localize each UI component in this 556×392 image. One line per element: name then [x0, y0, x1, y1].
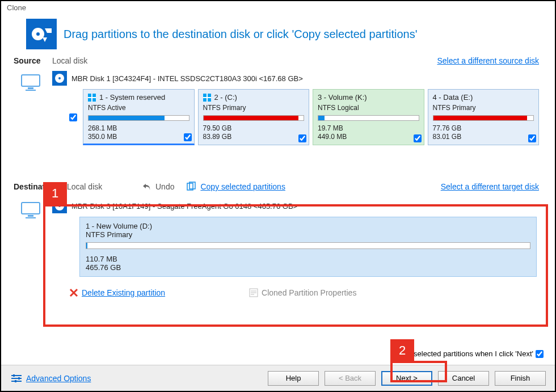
- clone-header: Drag partitions to the destination disk …: [1, 14, 555, 55]
- partition-title: 3 - Volume (K:): [318, 93, 367, 102]
- partition-used: 77.76 GB: [433, 124, 534, 133]
- svg-rect-25: [15, 380, 16, 382]
- partition-total: 449.0 MB: [318, 133, 419, 141]
- destination-disk-row: MBR Disk 3 [10A1F149] - Seagate FreeAgen…: [1, 193, 555, 280]
- partition-fs: NTFS Active: [88, 104, 189, 112]
- destination-disk-label: MBR Disk 3 [10A1F149] - Seagate FreeAgen…: [71, 202, 297, 210]
- destination-actions: Delete Existing partition Cloned Partiti…: [1, 280, 555, 297]
- auto-copy-row: Copy selected partitions when I click 'N…: [394, 349, 544, 358]
- source-row: Source Local disk Select a different sou…: [1, 55, 555, 65]
- partition-title: 4 - Data (E:): [433, 93, 473, 102]
- dest-part-title: 1 - New Volume (D:): [86, 222, 530, 230]
- dest-part-used: 110.7 MB: [86, 255, 530, 263]
- copy-icon: [187, 182, 197, 192]
- partition-card[interactable]: 3 - Volume (K:) NTFS Logical 19.7 MB449.…: [313, 89, 424, 145]
- select-different-source-link[interactable]: Select a different source disk: [437, 56, 539, 65]
- svg-rect-4: [26, 90, 36, 91]
- finish-button[interactable]: Finish: [495, 371, 546, 386]
- next-button[interactable]: Next >: [381, 371, 432, 386]
- svg-rect-17: [28, 215, 33, 217]
- destination-partition[interactable]: 1 - New Volume (D:) NTFS Primary 110.7 M…: [79, 217, 537, 277]
- svg-rect-16: [22, 203, 40, 214]
- source-label: Source: [14, 56, 45, 65]
- cancel-button[interactable]: Cancel: [438, 371, 489, 386]
- source-disk-label: MBR Disk 1 [3C4324F4] - INTEL SSDSC2CT18…: [71, 74, 303, 83]
- svg-point-7: [58, 77, 61, 79]
- partition-used: 79.50 GB: [203, 124, 305, 133]
- destination-sub: Local disk: [67, 182, 129, 191]
- partition-checkbox[interactable]: [184, 133, 192, 141]
- properties-icon: [249, 288, 258, 297]
- partition-title: 1 - System reserved: [99, 93, 165, 102]
- partition-checkbox[interactable]: [298, 134, 306, 142]
- partition-card[interactable]: 2 - (C:) NTFS Primary 79.50 GB83.89 GB: [198, 89, 310, 145]
- select-different-target-link[interactable]: Select a different target disk: [441, 182, 539, 191]
- partition-fs: NTFS Primary: [203, 104, 305, 112]
- usage-bar: [433, 115, 534, 121]
- windows-icon: [203, 94, 211, 102]
- partition-card[interactable]: 4 - Data (E:) NTFS Primary 77.76 GB83.01…: [428, 89, 540, 145]
- monitor-icon: [21, 74, 40, 91]
- monitor-icon: [21, 202, 40, 219]
- window-title: Clone: [1, 1, 555, 14]
- select-all-source-checkbox[interactable]: [69, 113, 77, 121]
- source-sub: Local disk: [52, 56, 87, 65]
- cloned-props-button: Cloned Partition Properties: [249, 288, 356, 297]
- usage-bar: [203, 115, 305, 121]
- back-button: < Back: [325, 371, 376, 386]
- partition-used: 19.7 MB: [318, 124, 419, 133]
- partition-card[interactable]: 1 - System reserved NTFS Active 268.1 MB…: [83, 89, 195, 145]
- advanced-options-link[interactable]: Advanced Options: [10, 373, 91, 383]
- usage-bar: [88, 115, 189, 121]
- undo-icon: [142, 182, 152, 191]
- svg-rect-3: [28, 87, 33, 89]
- svg-rect-13: [203, 97, 211, 98]
- delete-existing-button[interactable]: Delete Existing partition: [69, 288, 165, 297]
- auto-copy-checkbox[interactable]: [536, 350, 544, 358]
- partition-checkbox[interactable]: [414, 134, 422, 142]
- callout-2: 2: [390, 339, 414, 362]
- clone-icon: [26, 19, 57, 49]
- svg-rect-24: [18, 377, 20, 380]
- help-button[interactable]: Help: [268, 371, 319, 386]
- svg-rect-23: [13, 374, 15, 377]
- partition-checkbox[interactable]: [528, 134, 536, 142]
- destination-header: Destination Local disk Undo Copy selecte…: [1, 180, 555, 193]
- partition-used: 268.1 MB: [88, 124, 189, 133]
- partition-fs: NTFS Logical: [318, 104, 419, 112]
- sliders-icon: [10, 373, 23, 383]
- footer-bar: Advanced Options Help < Back Next > Canc…: [1, 365, 555, 391]
- partition-fs: NTFS Primary: [433, 104, 534, 112]
- source-partitions: 1 - System reserved NTFS Active 268.1 MB…: [52, 89, 539, 145]
- headline: Drag partitions to the destination disk …: [64, 28, 418, 41]
- svg-rect-10: [88, 97, 96, 98]
- usage-bar: [318, 115, 419, 121]
- svg-point-1: [36, 32, 40, 36]
- svg-point-21: [58, 205, 61, 207]
- dest-part-fs: NTFS Primary: [86, 230, 530, 239]
- usage-bar: [86, 242, 530, 249]
- copy-selected-button[interactable]: Copy selected partitions: [187, 182, 285, 192]
- partition-total: 83.01 GB: [433, 133, 534, 141]
- partition-total: 350.0 MB: [88, 133, 189, 141]
- windows-icon: [88, 94, 96, 102]
- disk-icon: [52, 71, 67, 86]
- auto-copy-label: Copy selected partitions when I click 'N…: [394, 349, 533, 358]
- dest-part-total: 465.76 GB: [86, 263, 530, 272]
- delete-icon: [69, 288, 78, 297]
- partition-total: 83.89 GB: [203, 133, 305, 141]
- partition-title: 2 - (C:): [214, 93, 237, 102]
- undo-label: Undo: [155, 182, 174, 191]
- cloned-props-label: Cloned Partition Properties: [262, 288, 356, 297]
- svg-rect-2: [22, 75, 40, 86]
- source-disk-row: MBR Disk 1 [3C4324F4] - INTEL SSDSC2CT18…: [1, 65, 555, 149]
- callout-1: 1: [43, 182, 67, 205]
- copy-selected-label: Copy selected partitions: [200, 182, 285, 191]
- undo-button[interactable]: Undo: [142, 182, 174, 191]
- advanced-options-label: Advanced Options: [26, 374, 91, 383]
- svg-rect-18: [26, 217, 36, 218]
- delete-existing-label: Delete Existing partition: [82, 288, 165, 297]
